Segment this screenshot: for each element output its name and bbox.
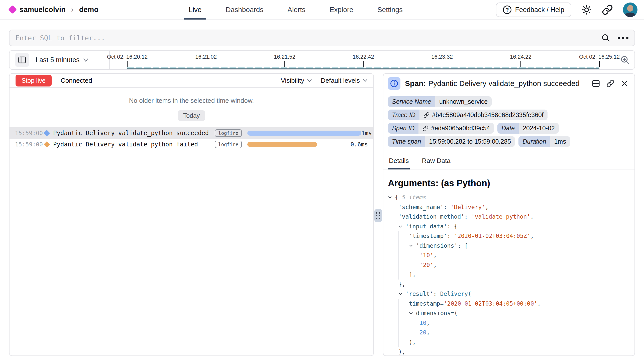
breadcrumb: samuelcolvin › demo bbox=[0, 5, 98, 14]
badge-label: Date bbox=[497, 123, 519, 134]
code-line: '10', bbox=[388, 250, 634, 260]
default-levels-dropdown[interactable]: Default levels bbox=[321, 77, 367, 84]
span-id-badge[interactable]: Span ID #eda9065a0bd39c54 bbox=[388, 123, 494, 134]
live-controls: Stop live Connected Visibility Default l… bbox=[10, 74, 373, 88]
tab-dashboards[interactable]: Dashboards bbox=[221, 0, 268, 20]
duration-value: 1ms bbox=[361, 130, 372, 136]
time-range-label: Last 5 minutes bbox=[36, 56, 80, 64]
split-view-icon[interactable] bbox=[592, 80, 600, 87]
breadcrumb-org[interactable]: samuelcolvin bbox=[20, 6, 66, 14]
collapse-chevron-icon[interactable] bbox=[388, 196, 395, 199]
close-icon[interactable] bbox=[621, 80, 628, 87]
badge-value: unknown_service bbox=[435, 96, 492, 107]
date-badge: Date 2024-10-02 bbox=[497, 123, 559, 134]
theme-toggle-sun-icon[interactable] bbox=[581, 5, 592, 15]
code-line: 10, bbox=[388, 318, 634, 328]
top-header: samuelcolvin › demo Live Dashboards Aler… bbox=[0, 0, 644, 20]
panel-resize-handle[interactable] bbox=[374, 209, 382, 222]
header-actions: ? Feedback / Help bbox=[496, 0, 637, 20]
app: samuelcolvin › demo Live Dashboards Aler… bbox=[0, 0, 644, 362]
code-line: timestamp='2020-01-02T03:04:05+00:00', bbox=[388, 299, 634, 309]
visibility-dropdown[interactable]: Visibility bbox=[281, 77, 311, 84]
info-icon bbox=[388, 77, 400, 90]
service-name-badge[interactable]: Service Name unknown_service bbox=[388, 96, 492, 107]
time-range-bar: Last 5 minutes Oct 02, 16:20:12 16:21:02… bbox=[9, 50, 635, 70]
code-line: ), bbox=[388, 337, 634, 347]
collapse-chevron-icon[interactable] bbox=[398, 293, 405, 295]
span-diamond-icon bbox=[44, 141, 50, 147]
scope-tag: logfire bbox=[215, 141, 242, 148]
link-icon bbox=[422, 125, 428, 131]
timeline-tick: Oct 02, 16:25:12 bbox=[579, 54, 620, 60]
trace-id-value: #b4e5809a440dbb3458e68d2335fe360f bbox=[432, 111, 544, 119]
tab-settings[interactable]: Settings bbox=[373, 0, 407, 20]
tab-raw-data[interactable]: Raw Data bbox=[421, 154, 451, 169]
time-span-value: 15:59:00.282 to 15:59:00.285 bbox=[425, 136, 515, 147]
feedback-help-button[interactable]: ? Feedback / Help bbox=[496, 3, 571, 17]
timeline-tick: 16:21:02 bbox=[195, 54, 217, 60]
sidebar-toggle-icon[interactable] bbox=[15, 53, 29, 67]
arguments-heading: Arguments: (as Python) bbox=[383, 169, 634, 191]
sql-filter-input[interactable] bbox=[16, 34, 601, 42]
copy-link-icon[interactable] bbox=[606, 79, 614, 87]
link-icon bbox=[423, 112, 430, 118]
default-levels-label: Default levels bbox=[321, 77, 360, 84]
collapse-chevron-icon[interactable] bbox=[409, 244, 416, 247]
timeline[interactable]: Oct 02, 16:20:12 16:21:02 16:21:52 16:22… bbox=[127, 51, 599, 69]
timeline-tick: 16:24:22 bbox=[510, 54, 531, 60]
code-line: }, bbox=[388, 280, 634, 289]
logfire-logo-icon[interactable] bbox=[8, 5, 17, 14]
arguments-python-tree: { 5 items 'schema_name': 'Delivery', 'va… bbox=[383, 191, 634, 356]
search-icon[interactable] bbox=[601, 33, 610, 42]
span-metadata: Service Name unknown_service Trace ID #b… bbox=[383, 92, 634, 147]
code-line: ), bbox=[388, 347, 634, 356]
grip-dots-icon bbox=[376, 212, 380, 219]
stop-live-button[interactable]: Stop live bbox=[16, 75, 52, 86]
detail-tabs: Details Raw Data bbox=[383, 154, 634, 169]
tab-live[interactable]: Live bbox=[184, 0, 206, 20]
duration-badge: Duration 1ms bbox=[518, 136, 570, 147]
code-line: 'validation_method': 'validate_python', bbox=[388, 212, 634, 222]
share-link-icon[interactable] bbox=[602, 4, 613, 15]
log-timestamp: 15:59:00 bbox=[15, 141, 43, 148]
code-line: 20, bbox=[388, 328, 634, 337]
log-rows: 15:59:00 Pydantic Delivery validate_pyth… bbox=[10, 127, 373, 150]
breadcrumb-project[interactable]: demo bbox=[79, 6, 98, 14]
code-line: 'result': Delivery( bbox=[388, 289, 634, 299]
span-name: Pydantic Delivery validate_python succee… bbox=[428, 79, 580, 87]
help-icon: ? bbox=[503, 6, 511, 14]
code-line: ], bbox=[388, 270, 634, 280]
tab-alerts[interactable]: Alerts bbox=[283, 0, 310, 20]
code-line: 'timestamp': '2020-01-02T03:04:05Z', bbox=[388, 231, 634, 241]
zoom-in-icon[interactable] bbox=[620, 55, 630, 65]
span-diamond-icon bbox=[44, 130, 50, 136]
tab-explore[interactable]: Explore bbox=[325, 0, 358, 20]
log-row-succeeded[interactable]: 15:59:00 Pydantic Delivery validate_pyth… bbox=[10, 127, 373, 139]
badge-label: Trace ID bbox=[388, 110, 419, 120]
timeline-tick: 16:21:52 bbox=[274, 54, 295, 60]
trace-id-badge[interactable]: Trace ID #b4e5809a440dbb3458e68d2335fe36… bbox=[388, 110, 548, 120]
no-older-items-message: No older items in the selected time wind… bbox=[10, 97, 373, 105]
today-badge[interactable]: Today bbox=[178, 110, 205, 121]
collapse-chevron-icon[interactable] bbox=[409, 312, 416, 314]
collapse-chevron-icon[interactable] bbox=[398, 225, 405, 228]
duration-bar bbox=[247, 142, 317, 147]
span-title: Span:Pydantic Delivery validate_python s… bbox=[405, 79, 580, 88]
live-panel: Stop live Connected Visibility Default l… bbox=[9, 73, 374, 356]
log-row-failed[interactable]: 15:59:00 Pydantic Delivery validate_pyth… bbox=[10, 139, 373, 150]
time-range-selector[interactable]: Last 5 minutes bbox=[36, 56, 88, 64]
time-span-badge: Time span 15:59:00.282 to 15:59:00.285 bbox=[388, 136, 515, 147]
more-options-icon[interactable] bbox=[618, 37, 628, 39]
tab-details[interactable]: Details bbox=[388, 154, 410, 169]
code-line: 'schema_name': 'Delivery', bbox=[388, 202, 634, 212]
main-nav: Live Dashboards Alerts Explore Settings bbox=[184, 0, 407, 20]
date-value: 2024-10-02 bbox=[519, 123, 559, 134]
code-line: { 5 items bbox=[388, 193, 634, 202]
span-kind-label: Span: bbox=[405, 79, 426, 87]
breadcrumb-separator-icon: › bbox=[70, 5, 75, 14]
timeline-tick: 16:23:32 bbox=[431, 54, 453, 60]
span-detail-header: Span:Pydantic Delivery validate_python s… bbox=[383, 74, 634, 92]
code-line: 'dimensions': [ bbox=[388, 241, 634, 251]
user-avatar[interactable] bbox=[623, 3, 637, 17]
badge-label: Duration bbox=[518, 136, 550, 147]
